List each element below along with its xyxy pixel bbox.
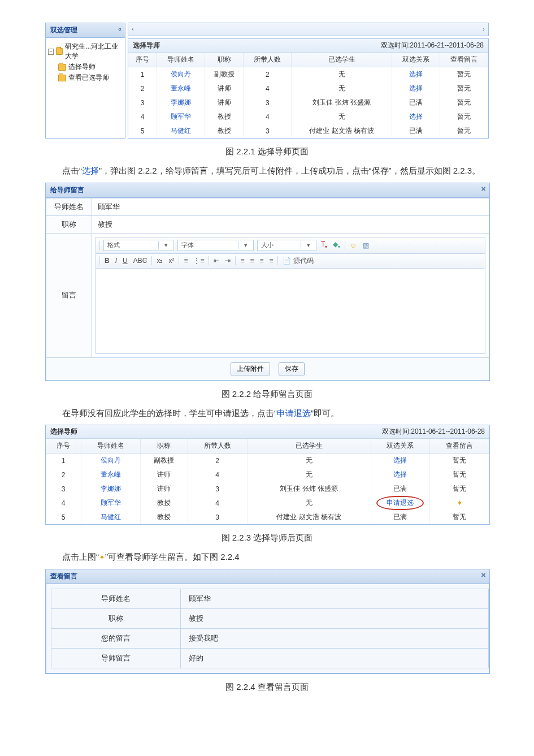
subscript-icon[interactable]: x₂ [155, 257, 164, 265]
ordered-list-icon[interactable]: ≡ [183, 257, 189, 265]
table-row: 1侯向丹副教授2无选择暂无 [128, 67, 488, 82]
dialog-button-row: 上传附件 保存 [46, 358, 489, 381]
superscript-icon[interactable]: x² [167, 257, 175, 265]
bg-color-icon[interactable]: ◆▾ [332, 240, 341, 249]
cell-rel: 已满 [371, 482, 430, 496]
unordered-list-icon[interactable]: ⋮≡ [192, 257, 205, 265]
align-left-icon[interactable]: ≡ [239, 257, 245, 265]
cell-name[interactable]: 侯向丹 [157, 67, 205, 82]
cell-name[interactable]: 李娜娜 [81, 482, 141, 496]
underline-icon[interactable]: U [121, 257, 129, 265]
caption-1: 图 2.2.1 选择导师页面 [45, 146, 489, 157]
bold-icon[interactable]: B [103, 257, 111, 265]
chevron-down-icon: ▾ [238, 241, 253, 249]
cell-title: 副教授 [205, 67, 244, 82]
cell-name[interactable]: 李娜娜 [157, 96, 205, 110]
view-label: 导师留言 [51, 648, 181, 668]
cell-msg[interactable]: ✦ [430, 496, 489, 510]
caption-3: 图 2.2.3 选择导师后页面 [45, 533, 489, 543]
close-icon[interactable]: ✕ [481, 572, 486, 579]
dialog-title: 给导师留言 [50, 186, 84, 194]
cell-msg: 暂无 [440, 110, 488, 124]
close-icon[interactable]: ✕ [481, 185, 486, 193]
cell-rel: 已满 [392, 124, 440, 138]
cell-rel[interactable]: 申请退选 [371, 496, 430, 510]
cell-name[interactable]: 马健红 [157, 124, 205, 138]
cell-rel: 已满 [371, 510, 430, 524]
view-value: 好的 [181, 648, 489, 668]
separator-icon [209, 256, 209, 265]
cell-rel[interactable]: 选择 [371, 453, 430, 468]
sparkle-icon[interactable]: ✦ [457, 499, 463, 507]
emoji-icon[interactable]: ☺ [349, 241, 358, 249]
caption-2: 图 2.2.2 给导师留言页面 [45, 389, 489, 400]
message-editor[interactable] [95, 269, 485, 354]
separator-icon [235, 256, 236, 265]
cell-name[interactable]: 董永峰 [157, 81, 205, 96]
cell-title: 副教授 [140, 453, 188, 468]
source-button[interactable]: 📄 源代码 [281, 256, 314, 266]
folder-icon [58, 64, 66, 71]
cell-count: 2 [188, 453, 247, 468]
cell-students: 无 [247, 453, 371, 468]
cell-rel[interactable]: 选择 [371, 468, 430, 482]
cell-rel[interactable]: 选择 [392, 81, 440, 96]
cell-msg: 暂无 [440, 81, 488, 96]
cell-rel[interactable]: 选择 [392, 67, 440, 82]
cell-students: 付建业 赵文浩 杨有波 [292, 124, 392, 138]
chevron-down-icon: ▾ [158, 241, 173, 249]
th-title: 职称 [140, 439, 188, 453]
collapse-icon[interactable]: « [118, 25, 121, 32]
text-color-icon[interactable]: T▾ [320, 240, 328, 249]
combo-label: 大小 [258, 241, 277, 249]
upload-button[interactable]: 上传附件 [231, 362, 270, 375]
format-combo[interactable]: 格式▾ [103, 240, 174, 251]
tree-node-view[interactable]: 查看已选导师 [48, 72, 123, 83]
combo-label: 字体 [178, 241, 197, 249]
size-combo[interactable]: 大小▾ [257, 240, 316, 251]
cell-students: 付建业 赵文浩 杨有波 [247, 510, 371, 524]
chevron-down-icon: ▾ [301, 241, 316, 249]
panel-title-row: 选择导师 双选时间:2011-06-21--2011-06-28 [46, 425, 489, 439]
justify-icon[interactable]: ≡ [268, 257, 274, 265]
cell-count: 2 [244, 67, 292, 82]
row-name: 导师姓名 顾军华 [46, 198, 489, 215]
editor-cell: 格式▾ 字体▾ 大小▾ T▾ ◆▾ ☺ ▧ B I U ABC x₂ [92, 233, 489, 357]
save-button[interactable]: 保存 [279, 362, 305, 375]
cell-name[interactable]: 侯向丹 [81, 453, 141, 468]
image-icon[interactable]: ▧ [362, 241, 370, 249]
tree-node-select[interactable]: 选择导师 [48, 62, 123, 72]
scroll-right-icon[interactable]: › [483, 25, 485, 32]
cell-title: 讲师 [140, 468, 188, 482]
folder-icon [56, 48, 63, 55]
strike-icon[interactable]: ABC [132, 257, 149, 265]
sidebar-tree: − 研究生...河北工业大学 选择导师 查看已选导师 [46, 38, 125, 87]
indent-icon[interactable]: ⇥ [224, 257, 232, 265]
cell-title: 讲师 [140, 482, 188, 496]
cell-title: 讲师 [205, 81, 244, 96]
cell-rel[interactable]: 选择 [392, 110, 440, 124]
tree-node-root[interactable]: − 研究生...河北工业大学 [48, 41, 123, 62]
cell-count: 4 [188, 468, 247, 482]
cell-msg: 暂无 [440, 124, 488, 138]
caption-4: 图 2.2.4 查看留言页面 [45, 682, 489, 693]
scroll-left-icon[interactable]: ‹ [132, 25, 134, 32]
expand-toggle-icon[interactable]: − [48, 49, 54, 55]
cell-name[interactable]: 马健红 [81, 510, 141, 524]
cell-name[interactable]: 顾军华 [81, 496, 141, 510]
align-right-icon[interactable]: ≡ [258, 257, 264, 265]
cell-name[interactable]: 董永峰 [81, 468, 141, 482]
message-dialog: 给导师留言 ✕ 导师姓名 顾军华 职称 教授 留言 格式▾ 字体▾ 大小▾ T▾… [45, 183, 490, 381]
view-row: 您的留言接受我吧 [51, 628, 489, 648]
th-title: 职称 [205, 53, 244, 67]
font-combo[interactable]: 字体▾ [177, 240, 254, 251]
cell-name[interactable]: 顾军华 [157, 110, 205, 124]
th-msg: 查看留言 [430, 439, 489, 453]
cell-no: 3 [128, 96, 157, 110]
align-center-icon[interactable]: ≡ [249, 257, 255, 265]
italic-icon[interactable]: I [114, 257, 118, 265]
cell-title: 教授 [140, 510, 188, 524]
view-body: 导师姓名顾军华职称教授您的留言接受我吧导师留言好的 [46, 584, 489, 673]
outdent-icon[interactable]: ⇤ [212, 257, 220, 265]
selection-period: 双选时间:2011-06-21--2011-06-28 [381, 41, 484, 50]
